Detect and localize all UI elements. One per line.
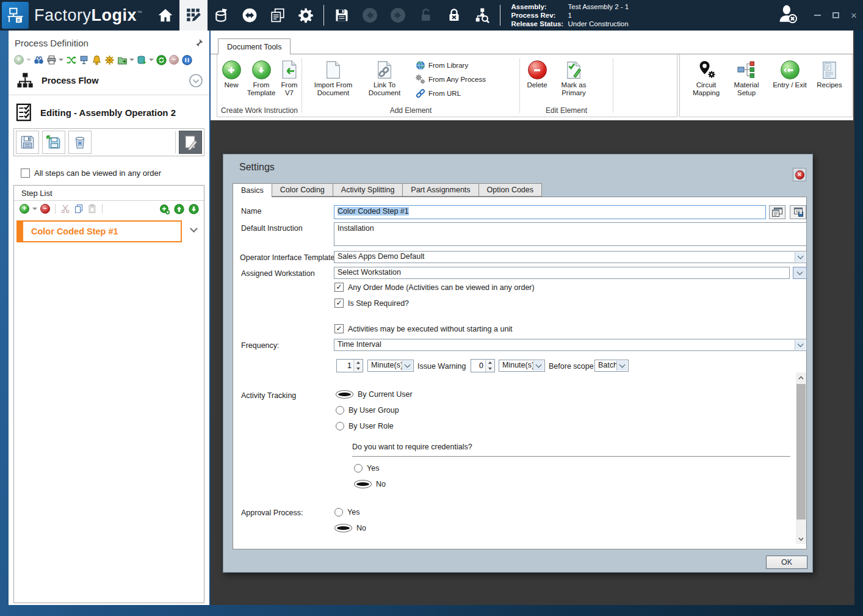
interval-value-spinner[interactable]: 1 [336, 359, 363, 372]
spin-up-icon[interactable] [354, 360, 363, 366]
back-icon[interactable] [356, 0, 384, 31]
tab-color-coding[interactable]: Color Coding [272, 183, 333, 197]
export-folder-icon[interactable] [117, 54, 128, 65]
stop-icon[interactable]: − [168, 54, 179, 65]
name-input[interactable]: Color Coded Step #1 [334, 205, 766, 219]
scroll-up-icon[interactable] [796, 372, 806, 383]
all-steps-any-order-checkbox[interactable]: All steps can be viewed in any order [9, 159, 209, 178]
radio-dot[interactable] [336, 406, 344, 415]
scope-select[interactable]: Batch [594, 360, 629, 372]
spin-down-icon[interactable] [486, 366, 494, 372]
tab-option-codes[interactable]: Option Codes [478, 183, 542, 197]
add-icon[interactable]: + [13, 54, 24, 65]
import-from-document-button[interactable]: Import From Document [307, 59, 359, 97]
unlock-icon[interactable] [412, 0, 440, 31]
print-icon[interactable] [46, 54, 57, 65]
tab-basics[interactable]: Basics [233, 183, 272, 197]
move-step-down-icon[interactable] [188, 203, 199, 214]
paste-icon[interactable] [87, 203, 98, 214]
pin-icon[interactable] [194, 38, 203, 48]
add-step-icon[interactable]: + [19, 203, 30, 214]
checkbox-box[interactable]: ✓ [334, 324, 344, 333]
reports-icon[interactable] [264, 0, 292, 31]
copy-icon[interactable] [73, 203, 84, 214]
checkbox-box[interactable] [21, 168, 30, 178]
lock-close-icon[interactable] [440, 0, 468, 31]
dialog-scrollbar[interactable] [796, 372, 806, 544]
radio-by-user-role[interactable]: By User Role [336, 422, 394, 430]
transfer-icon[interactable] [236, 0, 264, 31]
from-any-process-button[interactable]: From Any Process [416, 74, 486, 84]
radio-by-user-group[interactable]: By User Group [336, 406, 399, 415]
ok-button[interactable]: OK [766, 556, 807, 569]
process-definition-icon[interactable] [179, 0, 208, 31]
is-step-required-checkbox[interactable]: ✓ Is Step Required? [334, 299, 409, 308]
radio-approval-yes[interactable]: Yes [334, 508, 359, 516]
dialog-close-button[interactable]: ✕ [793, 168, 806, 181]
process-search-icon[interactable] [468, 0, 496, 31]
radio-dot[interactable] [334, 524, 352, 532]
tab-part-assignments[interactable]: Part Assignments [402, 183, 478, 197]
radio-dot[interactable] [336, 390, 353, 399]
add-dropdown-icon[interactable] [26, 59, 31, 63]
user-logout-icon[interactable] [778, 4, 798, 27]
export-dropdown-icon[interactable] [129, 59, 134, 63]
home-icon[interactable] [151, 0, 179, 31]
minimize-icon[interactable] [808, 6, 826, 24]
maximize-icon[interactable] [826, 6, 845, 24]
radio-dot[interactable] [336, 422, 344, 430]
tab-activity-splitting[interactable]: Activity Splitting [333, 183, 403, 197]
pause-icon[interactable] [181, 54, 192, 65]
link-to-document-button[interactable]: Link To Document [362, 59, 407, 97]
assigned-workstation-combo[interactable]: Select Workstation [334, 267, 790, 279]
any-order-mode-checkbox[interactable]: ✓ Any Order Mode (Activities can be view… [334, 283, 535, 292]
frequency-select[interactable]: Time Interval [334, 339, 807, 351]
checkbox-box[interactable]: ✓ [334, 283, 344, 292]
from-url-button[interactable]: From URL [416, 89, 461, 98]
name-window-button[interactable] [769, 205, 785, 219]
cut-icon[interactable] [60, 203, 71, 214]
circuit-mapping-button[interactable]: Circuit Mapping [687, 59, 725, 97]
checkbox-box[interactable]: ✓ [334, 299, 344, 308]
radio-credentials-no[interactable]: No [354, 480, 386, 488]
database-dropdown-icon[interactable] [149, 59, 154, 63]
settings-gear-icon[interactable] [292, 0, 320, 31]
add-step-dropdown-icon[interactable] [32, 208, 37, 212]
recipes-button[interactable]: Recipes [813, 59, 846, 89]
process-shuffle-icon[interactable] [65, 54, 76, 65]
alert-bell-icon[interactable] [91, 54, 102, 65]
step-list-item[interactable]: Color Coded Step #1 [16, 220, 182, 242]
mark-as-primary-button[interactable]: Mark as Primary [554, 59, 593, 97]
radio-dot[interactable] [354, 464, 363, 473]
save-step-button[interactable] [16, 131, 39, 154]
from-library-button[interactable]: From Library [416, 60, 468, 70]
options-gear-icon[interactable] [104, 54, 115, 65]
radio-approval-no[interactable]: No [334, 524, 366, 532]
board-icon[interactable] [78, 54, 89, 65]
new-button[interactable]: New [218, 59, 244, 89]
forward-icon[interactable] [384, 0, 412, 31]
without-starting-unit-checkbox[interactable]: ✓ Activities may be executed without sta… [334, 324, 513, 333]
save-as-button[interactable] [42, 131, 65, 154]
discard-trash-button[interactable] [68, 131, 92, 154]
remove-step-icon[interactable]: − [40, 203, 51, 214]
process-flow-header[interactable]: Process Flow [9, 69, 209, 95]
materials-icon[interactable] [208, 0, 236, 31]
edit-step-button[interactable] [179, 131, 202, 154]
step-expand-chevron-icon[interactable] [190, 225, 198, 233]
collapse-circle-icon[interactable] [189, 73, 203, 88]
material-setup-button[interactable]: Material Setup [729, 59, 764, 97]
spin-down-icon[interactable] [354, 366, 363, 372]
workstation-dropdown-button[interactable] [793, 267, 807, 279]
operator-interface-template-select[interactable]: Sales Apps Demo Default [334, 251, 807, 263]
spin-up-icon[interactable] [486, 360, 494, 366]
save-icon[interactable] [328, 0, 356, 31]
radio-credentials-yes[interactable]: Yes [354, 464, 379, 473]
radio-dot[interactable] [334, 508, 343, 516]
warning-unit-select[interactable]: Minute(s) [499, 360, 545, 372]
name-window-save-button[interactable] [790, 205, 806, 219]
default-instruction-textarea[interactable]: Installation [334, 222, 807, 246]
move-step-up-icon[interactable] [173, 203, 184, 214]
interval-unit-select[interactable]: Minute(s) [367, 360, 414, 372]
delete-element-button[interactable]: Delete [524, 59, 551, 89]
